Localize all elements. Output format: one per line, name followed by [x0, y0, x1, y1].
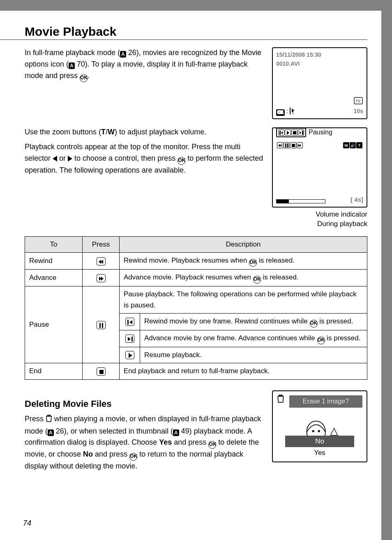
deleting-paragraph: Press when playing a movie, or when disp…	[25, 413, 266, 473]
ok-icon: OK	[80, 74, 88, 82]
ok-icon: OK	[208, 441, 216, 449]
pause-icon	[284, 142, 290, 148]
trash-icon	[46, 414, 52, 426]
play-icon	[285, 129, 291, 136]
svg-point-1	[312, 430, 314, 432]
zoom-paragraph: Use the zoom buttons (T/W) to adjust pla…	[25, 127, 265, 138]
frame-fwd-icon	[298, 129, 304, 136]
screen-duration: 10s	[354, 108, 363, 114]
controls-paragraph: Playback controls appear at the top of t…	[25, 141, 265, 176]
progress-bar	[276, 199, 325, 203]
heading-rule: Movie Playback	[25, 25, 367, 40]
ref-icon: A	[69, 62, 75, 69]
ok-icon: OK	[276, 109, 285, 116]
page-number: 74	[23, 519, 31, 528]
frame-back-icon	[125, 318, 134, 326]
play-icon	[290, 107, 291, 115]
rewind-icon	[277, 142, 283, 148]
row-advance: Advance Advance movie. Playback resumes …	[25, 270, 367, 286]
intro-paragraph: In full-frame playback mode (A 26), movi…	[25, 47, 265, 119]
screen-date: 15/11/2008 15:30	[276, 51, 363, 60]
rewind-icon	[97, 257, 106, 265]
manual-page: Movies Movie Playback In full-frame play…	[0, 11, 381, 540]
ref-icon: A	[48, 429, 54, 436]
advance-icon	[97, 274, 106, 282]
row-pause: Pause Pause playback. The following oper…	[25, 286, 367, 314]
ok-icon: OK	[317, 337, 325, 344]
deleting-title: Deleting Movie Files	[25, 397, 266, 411]
stop-icon	[97, 367, 106, 376]
speaker-icon: 🔊	[350, 142, 356, 148]
col-to: To	[25, 236, 83, 252]
lcd-preview-erase: Erase 1 image? No Yes	[272, 390, 367, 462]
stop-icon	[291, 129, 297, 136]
remaining-time: 4s	[354, 196, 361, 203]
ok-icon: OK	[310, 320, 318, 328]
figure-caption: Volume indicator During playback	[272, 210, 367, 229]
control-strip	[277, 142, 303, 148]
screen-filename: 0010.AVI	[276, 60, 363, 69]
row-end: End End playback and return to full-fram…	[25, 363, 367, 379]
play-icon	[125, 351, 134, 359]
pausing-label: Pausing	[309, 127, 332, 138]
erase-option-no: No	[285, 436, 354, 447]
frame-back-icon	[278, 129, 284, 136]
ref-icon: A	[173, 429, 179, 436]
stop-icon	[290, 142, 296, 148]
lcd-preview-playback: 15/11/2008 15:30 0010.AVI OK : [ 10s	[272, 47, 367, 119]
control-strip-highlighted	[276, 128, 306, 137]
ok-icon: OK	[129, 453, 137, 461]
erase-option-yes: Yes	[285, 447, 354, 459]
right-arrow-icon	[68, 156, 72, 162]
tv-icon	[354, 97, 363, 104]
ok-icon: OK	[249, 259, 257, 267]
ok-icon: OK	[253, 276, 261, 284]
svg-point-2	[318, 430, 320, 432]
advance-icon	[297, 142, 303, 148]
page-title: Movie Playback	[25, 25, 367, 39]
frame-fwd-icon	[125, 335, 134, 343]
ok-icon: OK	[178, 157, 185, 165]
erase-prompt: Erase 1 image?	[289, 395, 362, 408]
lcd-preview-pausing: Pausing W 🔊	[272, 127, 367, 208]
row-rewind: Rewind Rewind movie. Playback resumes wh…	[25, 253, 367, 270]
col-desc: Description	[120, 236, 367, 252]
pause-icon	[97, 321, 106, 329]
trash-icon	[277, 394, 284, 406]
left-arrow-icon	[53, 156, 57, 162]
volume-indicator: W 🔊 T	[343, 142, 362, 148]
operations-table: To Press Description Rewind Rewind movie…	[25, 236, 367, 380]
ref-icon: A	[120, 51, 126, 58]
col-press: Press	[83, 236, 120, 252]
